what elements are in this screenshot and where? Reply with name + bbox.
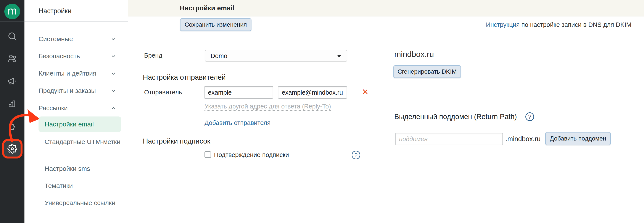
search-icon[interactable] — [7, 31, 17, 41]
panel-header: Настройки email — [128, 0, 644, 16]
add-sender-link[interactable]: Добавить отправителя — [204, 119, 270, 126]
chevron-down-icon — [110, 36, 116, 42]
subscriptions-heading: Настройки подписок — [143, 137, 210, 145]
settings-sidebar: Настройки Системные Безопасность Клиенты… — [24, 0, 128, 223]
sidebar-divider — [24, 22, 128, 22]
sender-email-input[interactable] — [278, 86, 347, 99]
sidebar-item-system[interactable]: Системные — [24, 34, 128, 44]
bar-chart-icon[interactable] — [7, 98, 17, 109]
subscription-confirm-checkbox[interactable] — [204, 151, 211, 158]
email-settings-panel: Настройки email Сохранить изменения Инст… — [128, 0, 644, 223]
gear-active-highlight — [2, 139, 22, 158]
save-changes-button[interactable]: Сохранить изменения — [180, 18, 252, 31]
chevron-down-icon — [110, 54, 116, 59]
sidebar-item-topics[interactable]: Тематики — [44, 181, 122, 190]
brand-label: Бренд — [144, 52, 162, 59]
brand-select[interactable]: Demo — [205, 50, 347, 62]
chevron-up-icon — [110, 106, 116, 111]
chevron-down-icon — [110, 88, 116, 94]
brand-select-value: Demo — [210, 52, 227, 60]
instruction-link[interactable]: Инструкция — [486, 21, 520, 28]
sidebar-item-sms-settings[interactable]: Настройки sms — [44, 164, 122, 173]
page-title: Настройки email — [180, 4, 234, 12]
panel-toolbar: Сохранить изменения Инструкция по настро… — [128, 16, 644, 33]
sender-name-input[interactable] — [204, 86, 273, 99]
remove-sender-icon[interactable]: ✕ — [362, 88, 368, 96]
sidebar-item-mailings[interactable]: Рассылки — [24, 103, 128, 113]
people-icon[interactable] — [7, 54, 17, 64]
add-subdomain-button[interactable]: Добавить поддомен — [545, 132, 611, 145]
gear-icon[interactable] — [7, 144, 17, 154]
senders-heading: Настройка отправителей — [143, 73, 226, 82]
app-root: m — [0, 0, 644, 223]
subscription-help-icon[interactable]: ? — [352, 151, 360, 159]
panel-body: Бренд Demo Настройка отправителей Отправ… — [128, 33, 644, 223]
chevron-down-icon — [110, 71, 116, 76]
sidebar-item-clients[interactable]: Клиенты и дейтвия — [24, 69, 128, 78]
sidebar-item-email-settings-active[interactable]: Настройки email — [38, 116, 121, 132]
icon-rail: m — [0, 0, 24, 223]
sender-label: Отправитель — [144, 89, 182, 96]
subscription-confirm-label: Подтверждение подписки — [214, 151, 289, 158]
sidebar-item-utm-tags[interactable]: Стандартные UTM-метки — [44, 137, 122, 146]
sidebar-item-security[interactable]: Безопасность — [24, 51, 128, 61]
generate-dkim-button[interactable]: Сгенерировать DKIM — [394, 66, 461, 78]
mindbox-logo[interactable]: m — [4, 4, 20, 19]
reply-to-link[interactable]: Указать другой адрес для ответа (Reply-T… — [204, 103, 331, 110]
sidebar-item-universal-links[interactable]: Универсальные ссылки — [44, 198, 122, 208]
domain-title: mindbox.ru — [394, 50, 434, 59]
subdomain-help-icon[interactable]: ? — [526, 112, 534, 121]
sidebar-title: Настройки — [38, 7, 72, 15]
subdomain-heading: Выделенный поддомен (Return Path) — [394, 112, 517, 121]
sidebar-item-products[interactable]: Продукты и заказы — [24, 86, 128, 96]
subdomain-suffix: .mindbox.ru — [506, 135, 540, 143]
dkim-instruction-text: Инструкция по настройке записи в DNS для… — [486, 21, 632, 28]
instruction-rest: по настройке записи в DNS для DKIM — [520, 21, 632, 28]
select-caret-icon — [337, 55, 341, 58]
puzzle-icon[interactable] — [7, 121, 17, 132]
subdomain-input[interactable] — [395, 133, 503, 145]
rail-divider — [0, 21, 24, 22]
megaphone-icon[interactable] — [7, 76, 17, 86]
